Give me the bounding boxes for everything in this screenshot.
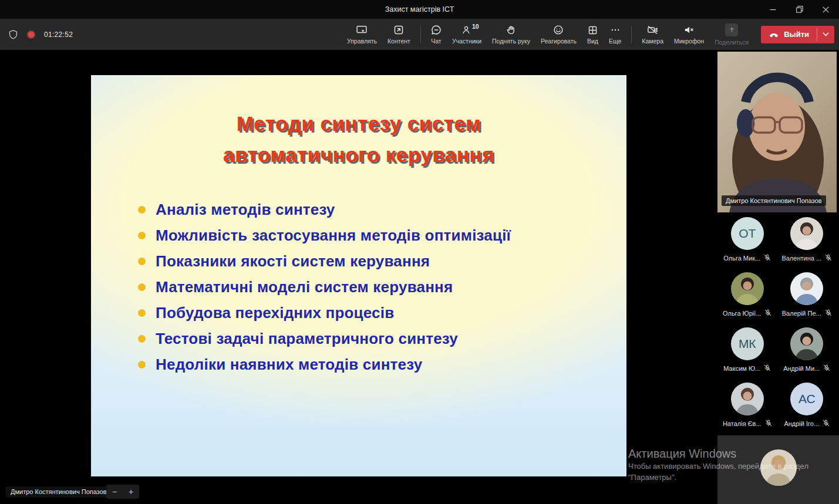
slide-title-line2: автоматичного керування: [91, 139, 626, 170]
sidebar-bottom-panel: [717, 435, 839, 504]
share-content-icon: [393, 24, 404, 35]
mic-muted-icon: [764, 254, 771, 262]
bullet-dot-icon: [138, 206, 146, 214]
manage-button[interactable]: Управлять: [342, 19, 382, 50]
bullet-dot-icon: [138, 335, 146, 343]
close-button[interactable]: [813, 0, 839, 19]
mic-muted-icon: [823, 420, 830, 428]
smiley-icon: [553, 24, 564, 35]
participant-name: Максим Ю...: [723, 365, 760, 372]
participants-button[interactable]: 10 Участники: [447, 19, 487, 50]
photo-avatar: [731, 272, 764, 305]
window-title: Захист магістрів ІСТ: [0, 0, 839, 19]
participant-tile[interactable]: Валерій Пе...: [777, 271, 837, 326]
initials-avatar: МК: [731, 327, 764, 360]
toolbar-divider: [420, 26, 421, 43]
photo-avatar: [731, 383, 764, 415]
shared-slide: Методи синтезу систем автоматичного керу…: [91, 75, 626, 476]
participant-name: Валерій Пе...: [782, 310, 821, 317]
photo-avatar: [790, 217, 823, 250]
slide-bullet: Побудова перехідних процесів: [138, 300, 511, 326]
raise-hand-icon: [506, 24, 516, 35]
camera-off-icon: [647, 24, 658, 35]
leave-menu-chevron[interactable]: [817, 26, 834, 43]
ellipsis-icon: [610, 24, 621, 35]
photo-avatar: [760, 449, 797, 486]
view-button[interactable]: Вид: [582, 19, 604, 50]
initials-avatar: ОТ: [731, 217, 764, 250]
participant-tile[interactable]: МК Максим Ю...: [717, 326, 777, 381]
bullet-dot-icon: [138, 361, 146, 368]
participant-tile[interactable]: Наталія Єв...: [717, 381, 777, 437]
slide-bullet: Аналіз методів синтезу: [138, 197, 511, 222]
slide-title-line1: Методи синтезу систем: [91, 108, 626, 139]
zoom-controls: − +: [106, 485, 139, 499]
participant-name: Валентина ...: [781, 255, 821, 262]
participants-icon: 10: [462, 24, 471, 35]
minimize-button[interactable]: [760, 0, 786, 19]
presenter-portrait: [717, 52, 837, 212]
zoom-out-button[interactable]: −: [106, 485, 123, 499]
sharer-name-label: Дмитро Костянтинович Попазов: [6, 486, 112, 498]
monitor-control-icon: [356, 24, 368, 35]
raise-hand-button[interactable]: Поднять руку: [487, 19, 535, 50]
share-button: Поделиться: [709, 19, 754, 50]
title-bar: Захист магістрів ІСТ: [0, 0, 839, 19]
more-button[interactable]: Еще: [604, 19, 626, 50]
meeting-toolbar: 01:22:52 Управлять Контент Чат: [0, 19, 839, 50]
slide-bullet-list: Аналіз методів синтезу Можливість застос…: [138, 197, 511, 377]
zoom-in-button[interactable]: +: [123, 485, 139, 499]
mic-muted-icon: [765, 420, 772, 428]
leave-button[interactable]: Выйти: [761, 26, 834, 43]
participant-grid: ОТ Ольга Мик... Валентина ... Ольга Юрії…: [717, 216, 837, 437]
participant-tile[interactable]: АС Андрій Іго...: [777, 381, 837, 437]
mic-muted-icon: [825, 309, 832, 317]
bullet-dot-icon: [138, 258, 146, 265]
slide-bullet: Математичні моделі систем керування: [138, 274, 511, 300]
recording-indicator: [27, 31, 35, 39]
react-button[interactable]: Реагировать: [535, 19, 582, 50]
microphone-button[interactable]: Микрофон: [669, 19, 709, 50]
slide-title: Методи синтезу систем автоматичного керу…: [91, 108, 626, 170]
participant-tile[interactable]: Валентина ...: [777, 216, 837, 271]
mic-muted-icon: [764, 309, 771, 317]
photo-avatar: [790, 327, 823, 360]
slide-bullet: Недоліки наявних методів синтезу: [138, 351, 511, 377]
participant-name: Наталія Єв...: [723, 420, 761, 427]
participant-name: Ольга Мик...: [723, 255, 760, 262]
participant-name: Андрій Іго...: [784, 420, 819, 427]
share-up-arrow-icon: [725, 23, 738, 36]
slide-bullet: Тестові задачі параметричного синтезу: [138, 326, 511, 351]
mic-muted-icon: [764, 364, 771, 373]
presenter-video[interactable]: Дмитро Костянтинович Попазов: [717, 52, 837, 212]
content-button[interactable]: Контент: [382, 19, 416, 50]
camera-button[interactable]: Камера: [636, 19, 669, 50]
hangup-phone-icon: [769, 30, 779, 39]
speaker-muted-icon: [683, 24, 695, 35]
chat-button[interactable]: Чат: [426, 19, 447, 50]
participant-name: Ольга Юрії...: [723, 310, 761, 317]
meeting-timer: 01:22:52: [44, 31, 73, 39]
participant-tile[interactable]: ОТ Ольга Мик...: [717, 216, 777, 271]
restore-button[interactable]: [786, 0, 813, 19]
chat-icon: [431, 24, 442, 35]
view-grid-icon: [588, 24, 598, 35]
participant-tile[interactable]: Ольга Юрії...: [717, 271, 777, 326]
mic-muted-icon: [823, 364, 830, 373]
participant-name: Андрій Ми...: [783, 365, 820, 372]
mic-muted-icon: [825, 254, 832, 262]
bullet-dot-icon: [138, 309, 146, 317]
presenter-name-label: Дмитро Костянтинович Попазов: [722, 195, 826, 206]
meeting-window: Захист магістрів ІСТ 01:22:52 У: [0, 0, 839, 504]
participant-tile[interactable]: Андрій Ми...: [777, 326, 837, 381]
participants-count: 10: [472, 23, 479, 30]
security-shield-icon: [8, 29, 18, 40]
bullet-dot-icon: [138, 283, 146, 291]
slide-bullet: Можливість застосування методів оптиміза…: [138, 222, 511, 248]
toolbar-divider: [631, 26, 632, 43]
initials-avatar: АС: [790, 383, 823, 415]
photo-avatar: [790, 272, 823, 305]
bullet-dot-icon: [138, 232, 146, 239]
slide-bullet: Показники якості систем керування: [138, 248, 511, 274]
